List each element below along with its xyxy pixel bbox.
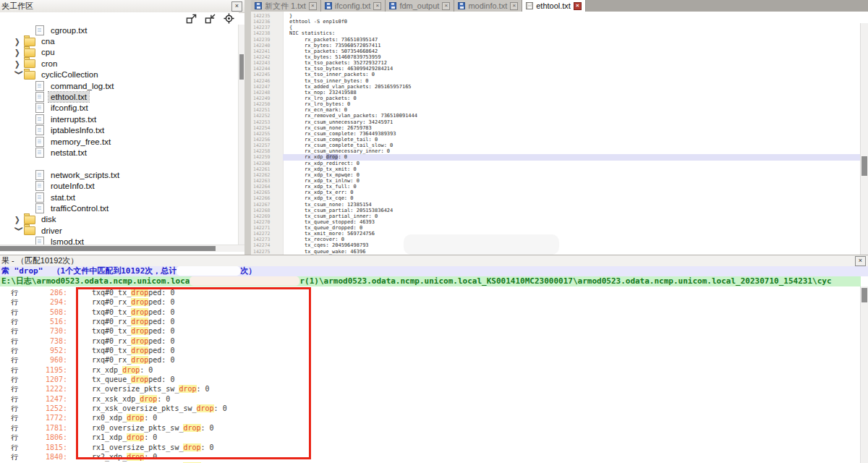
results-vertical-scrollbar[interactable] <box>860 286 868 463</box>
close-tab-icon[interactable]: × <box>574 2 582 10</box>
tree-file-network-scripts-txt[interactable]: network_scripts.txt <box>0 169 239 180</box>
close-tab-icon[interactable]: × <box>442 2 450 10</box>
text-after-match: ped: 0 <box>148 298 174 306</box>
editor-body[interactable]: 142235}142236ethtool -S enp1s0f0142237{1… <box>251 12 868 255</box>
tree-folder-driver[interactable]: ❯driver <box>0 225 239 236</box>
tree-file-stat-txt[interactable]: stat.txt <box>0 192 239 203</box>
tree-vertical-scrollbar[interactable] <box>238 25 244 245</box>
scrollbar-thumb[interactable] <box>239 54 244 80</box>
tree-file-netstat-txt[interactable]: netstat.txt <box>0 147 239 158</box>
tree-file-memory-free-txt[interactable]: memory_free.txt <box>0 136 239 147</box>
result-row[interactable]: 行1781:rx0_oversize_pkts_sw_drop: 0 <box>0 423 861 433</box>
line-number: 142254 <box>251 125 283 131</box>
editor-panel: 新文件 1.txt×ifconfig.txt×fdm_output×modinf… <box>251 0 868 255</box>
tree-file-routeinfo-txt[interactable]: routeInfo.txt <box>0 180 239 191</box>
matched-file-path[interactable]: E:\日志\armod0523.odata.ncmp.unicom.locar(… <box>0 276 861 286</box>
match-highlight: drop <box>131 318 148 326</box>
result-row[interactable]: 行1247:rx_xsk_xdp_drop: 0 <box>0 394 861 404</box>
result-row[interactable]: 行1195:rx_xdp_drop: 0 <box>0 365 861 375</box>
chevron-down-icon[interactable]: ❯ <box>15 70 24 80</box>
result-line-number: 508: <box>20 307 67 317</box>
line-text: rx_xdp_tx_full: 0 <box>283 184 861 190</box>
result-row[interactable]: 行738:rxq#0_rx_dropped: 0 <box>0 336 861 346</box>
result-row[interactable]: 行294:rxq#0_rx_dropped: 0 <box>0 297 861 307</box>
text-before-match: rxq#0_rx_ <box>92 298 131 306</box>
close-tab-icon[interactable]: × <box>373 2 381 10</box>
text-before-match: rxq#0_rx_ <box>92 356 131 364</box>
editor-tab-fdm-output[interactable]: fdm_output× <box>386 0 454 12</box>
line-text: tx_csum_partial_inner: 0 <box>283 213 861 219</box>
chevron-right-icon[interactable]: ❯ <box>14 215 24 224</box>
line-number: 142259 <box>251 154 283 160</box>
result-row[interactable]: 行960:rxq#0_rx_dropped: 0 <box>0 355 861 365</box>
result-row[interactable]: 行1806:rx1_xdp_drop: 0 <box>0 433 861 442</box>
scrollbar-thumb[interactable] <box>861 288 867 302</box>
tree-file-lsmod-txt[interactable]: lsmod.txt <box>0 236 239 245</box>
match-highlight: drop <box>127 414 144 422</box>
tree-file-iptablesinfo-txt[interactable]: iptablesInfo.txt <box>0 125 239 136</box>
result-row[interactable]: 行1840:rx2_xdp_drop: 0 <box>0 452 861 462</box>
text-after-match: : 0 <box>214 404 227 412</box>
line-text: rx_lro_bytes: 0 <box>283 101 861 107</box>
tree-folder-cron[interactable]: ❯cron <box>0 58 239 69</box>
text-before-match: rx1_xdp_ <box>92 433 127 441</box>
tree-folder-cna[interactable]: ❯cna <box>0 35 239 46</box>
editor-tab-ethtool-txt[interactable]: ethtool.txt× <box>522 0 586 12</box>
chevron-right-icon[interactable]: ❯ <box>14 59 24 68</box>
result-row[interactable]: 行1815:rx1_oversize_pkts_sw_drop: 0 <box>0 443 861 452</box>
close-panel-icon[interactable]: × <box>231 1 242 12</box>
current-search-match: drop <box>326 154 339 160</box>
expand-all-icon[interactable] <box>186 14 197 24</box>
result-line-number: 952: <box>20 346 67 355</box>
close-results-icon[interactable]: × <box>855 256 866 266</box>
panel-splitter[interactable] <box>244 0 251 255</box>
result-row[interactable]: 行1207:tx_queue_dropped: 0 <box>0 375 861 384</box>
result-row[interactable]: 行952:txq#0_tx_dropped: 0 <box>0 346 861 355</box>
editor-tab-1-txt[interactable]: 新文件 1.txt× <box>251 0 321 12</box>
match-highlight: drop <box>131 289 148 297</box>
result-row[interactable]: 行1222:rx_oversize_pkts_sw_drop: 0 <box>0 384 861 394</box>
tree-folder-cpu[interactable]: ❯cpu <box>0 47 239 58</box>
match-highlight: drop <box>127 453 144 461</box>
tree-file-cgroup-txt[interactable]: cgroup.txt <box>0 25 239 35</box>
tree-file-ethtool-txt[interactable]: ethtool.txt <box>0 91 239 102</box>
text-before-match: txq#0_tx_ <box>92 347 131 354</box>
text-after-match: ped: 0 <box>148 308 174 316</box>
tree-file-trafficcontrol-txt[interactable]: trafficControl.txt <box>0 203 239 213</box>
text-after-match: : 0 <box>197 385 210 393</box>
result-row[interactable]: 行1772:rx0_xdp_drop: 0 <box>0 413 861 422</box>
close-tab-icon[interactable]: × <box>510 2 518 10</box>
tree-folder-cycliccollection[interactable]: ❯cyclicCollection <box>0 69 239 80</box>
line-text: rx_ecn_mark: 0 <box>283 107 861 113</box>
tree-item-label: routeInfo.txt <box>48 181 97 191</box>
tree-file-ifconfig-txt[interactable]: ifconfig.txt <box>0 103 239 114</box>
line-text: rx_xdp_drop: 0 <box>283 154 861 160</box>
scrollbar-thumb[interactable] <box>861 156 867 176</box>
result-row-prefix: 行 <box>11 326 18 336</box>
locate-file-icon[interactable] <box>224 13 234 24</box>
chevron-right-icon[interactable]: ❯ <box>14 37 24 46</box>
result-row[interactable]: 行516:rxq#0_rx_dropped: 0 <box>0 317 861 326</box>
editor-line: 142244 tx_tso_bytes: 463099429284214 <box>251 66 861 72</box>
result-text: rx0_oversize_pkts_sw_drop: 0 <box>92 423 214 433</box>
tree-file-command-log-txt[interactable]: command_log.txt <box>0 80 239 91</box>
scrollbar-thumb[interactable] <box>0 246 216 251</box>
editor-vertical-scrollbar[interactable] <box>860 23 868 255</box>
result-row[interactable]: 行508:txq#0_tx_dropped: 0 <box>0 307 861 317</box>
chevron-right-icon[interactable]: ❯ <box>14 48 24 56</box>
tree-horizontal-scrollbar[interactable] <box>0 245 244 252</box>
result-row[interactable]: 行286:txq#0_tx_dropped: 0 <box>0 288 861 297</box>
path-text: E:\日志\armod0523.odata.ncmp.unicom.loca <box>1 276 190 286</box>
tree-file-interrupts-txt[interactable]: interrupts.txt <box>0 114 239 124</box>
close-tab-icon[interactable]: × <box>309 2 317 10</box>
editor-line: 142261 rx_xdp_tx_xmit: 0 <box>251 166 861 172</box>
collapse-all-icon[interactable] <box>205 14 216 24</box>
result-row[interactable]: 行1252:rx_xsk_oversize_pkts_sw_drop: 0 <box>0 404 861 413</box>
editor-tab-ifconfig-txt[interactable]: ifconfig.txt× <box>321 0 386 12</box>
result-text: txq#0_tx_dropped: 0 <box>92 307 174 317</box>
tree-folder-disk[interactable]: ❯disk <box>0 214 239 225</box>
editor-tab-modinfo-txt[interactable]: modinfo.txt× <box>454 0 522 12</box>
path-text-tail: r(1)\armod0523.odata.ncmp.unicom.local_K… <box>299 276 831 286</box>
result-row[interactable]: 行730:txq#0_tx_dropped: 0 <box>0 326 861 336</box>
chevron-down-icon[interactable]: ❯ <box>15 226 24 235</box>
